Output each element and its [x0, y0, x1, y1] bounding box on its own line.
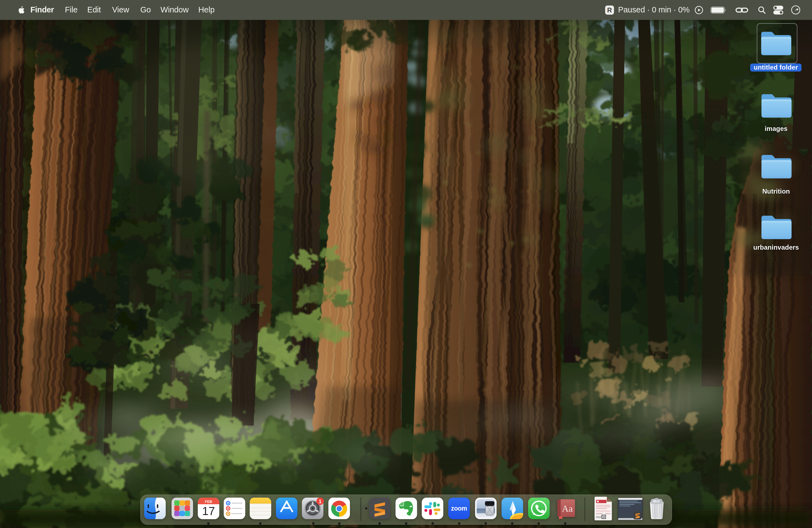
svg-text:1: 1 [319, 499, 321, 504]
svg-text:PDF: PDF [596, 516, 601, 519]
svg-text:FEB: FEB [205, 500, 212, 504]
svg-text:zoom: zoom [451, 505, 467, 512]
svg-text:Aa: Aa [562, 503, 573, 514]
svg-text:17: 17 [202, 504, 215, 517]
